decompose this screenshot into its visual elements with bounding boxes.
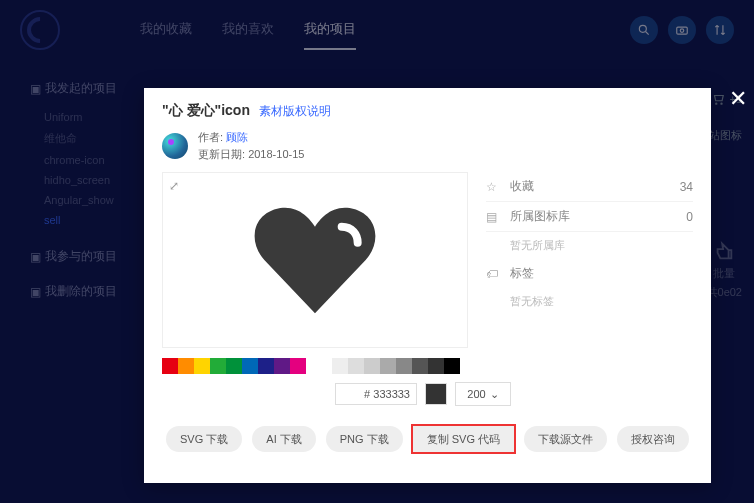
author-name-link[interactable]: 顾陈 bbox=[226, 131, 248, 143]
gray-swatch[interactable] bbox=[364, 358, 380, 374]
author-avatar[interactable] bbox=[162, 133, 188, 159]
icon-preview: ⤢ bbox=[162, 172, 468, 348]
gray-swatch[interactable] bbox=[316, 358, 332, 374]
heart-icon bbox=[245, 200, 385, 320]
size-select[interactable]: 200 ⌄ bbox=[455, 382, 511, 406]
meta-library: ▤ 所属图标库 0 bbox=[486, 202, 693, 232]
color-swatch[interactable] bbox=[162, 358, 178, 374]
tag-icon: 🏷 bbox=[486, 267, 502, 281]
gray-swatch[interactable] bbox=[444, 358, 460, 374]
gray-swatch[interactable] bbox=[412, 358, 428, 374]
gray-swatch[interactable] bbox=[380, 358, 396, 374]
meta-library-empty: 暂无所属库 bbox=[486, 232, 693, 259]
download-ai-button[interactable]: AI 下载 bbox=[252, 426, 315, 452]
gray-swatch-row bbox=[316, 358, 460, 374]
color-swatch[interactable] bbox=[226, 358, 242, 374]
download-source-button[interactable]: 下载源文件 bbox=[524, 426, 607, 452]
expand-icon[interactable]: ⤢ bbox=[169, 179, 179, 193]
color-swatch[interactable] bbox=[242, 358, 258, 374]
color-swatch[interactable] bbox=[194, 358, 210, 374]
gray-swatch[interactable] bbox=[348, 358, 364, 374]
license-inquiry-button[interactable]: 授权咨询 bbox=[617, 426, 689, 452]
library-icon: ▤ bbox=[486, 210, 502, 224]
dialog-title: "心 爱心"icon bbox=[162, 102, 250, 118]
color-swatch[interactable] bbox=[274, 358, 290, 374]
gray-swatch[interactable] bbox=[428, 358, 444, 374]
icon-detail-dialog: ✕ "心 爱心"icon 素材版权说明 作者: 顾陈 更新日期: 2018-10… bbox=[144, 88, 711, 483]
meta-tags: 🏷 标签 bbox=[486, 259, 693, 288]
color-swatch[interactable] bbox=[178, 358, 194, 374]
copy-svg-button[interactable]: 复制 SVG 代码 bbox=[413, 426, 514, 452]
author-label: 作者: bbox=[198, 131, 223, 143]
color-swatch[interactable] bbox=[210, 358, 226, 374]
star-icon: ☆ bbox=[486, 180, 502, 194]
gray-swatch[interactable] bbox=[396, 358, 412, 374]
hex-preview-swatch bbox=[425, 383, 447, 405]
meta-favorites: ☆ 收藏 34 bbox=[486, 172, 693, 202]
color-swatch[interactable] bbox=[258, 358, 274, 374]
meta-tags-empty: 暂无标签 bbox=[486, 288, 693, 315]
download-png-button[interactable]: PNG 下载 bbox=[326, 426, 403, 452]
color-swatch-row bbox=[162, 358, 306, 374]
color-swatch[interactable] bbox=[290, 358, 306, 374]
hex-input[interactable] bbox=[335, 383, 417, 405]
date-value: 2018-10-15 bbox=[248, 148, 304, 160]
chevron-down-icon: ⌄ bbox=[490, 388, 499, 401]
close-icon[interactable]: ✕ bbox=[729, 86, 747, 112]
author-row: 作者: 顾陈 更新日期: 2018-10-15 bbox=[144, 126, 711, 172]
download-svg-button[interactable]: SVG 下载 bbox=[166, 426, 242, 452]
date-label: 更新日期: bbox=[198, 148, 245, 160]
copyright-link[interactable]: 素材版权说明 bbox=[259, 104, 331, 118]
gray-swatch[interactable] bbox=[332, 358, 348, 374]
